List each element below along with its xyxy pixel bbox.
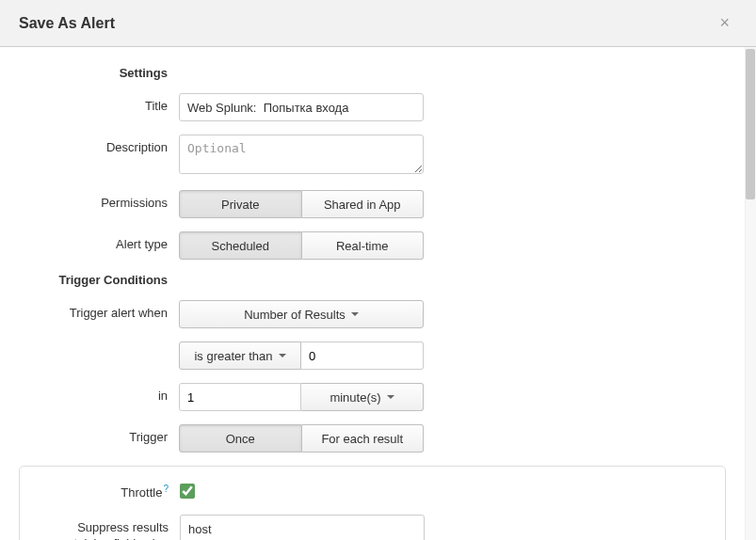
section-trigger-conditions: Trigger Conditions	[19, 273, 179, 287]
scrollbar-thumb[interactable]	[746, 49, 755, 199]
label-throttle: Throttle?	[20, 478, 180, 500]
label-description: Description	[19, 135, 179, 154]
label-alert-type: Alert type	[19, 231, 179, 251]
comparator-dropdown-label: is greater than	[194, 349, 272, 363]
chevron-down-icon	[387, 395, 394, 399]
label-trigger-when: Trigger alert when	[19, 300, 179, 320]
in-unit-dropdown[interactable]: minute(s)	[301, 383, 424, 411]
trigger-when-dropdown[interactable]: Number of Results	[179, 300, 424, 328]
alerttype-scheduled-button[interactable]: Scheduled	[179, 231, 302, 260]
comparator-dropdown[interactable]: is greater than	[179, 341, 301, 370]
label-trigger: Trigger	[19, 424, 179, 444]
trigger-each-button[interactable]: For each result	[302, 424, 425, 453]
permissions-private-button[interactable]: Private	[179, 190, 302, 218]
chevron-down-icon	[351, 312, 359, 316]
label-title: Title	[19, 93, 179, 113]
dialog-title: Save As Alert	[19, 15, 115, 32]
in-value-input[interactable]	[179, 383, 301, 411]
in-unit-dropdown-label: minute(s)	[330, 390, 380, 405]
label-permissions: Permissions	[19, 190, 179, 210]
label-suppress-field: Suppress results containing field value	[20, 515, 180, 540]
label-in: in	[19, 383, 179, 403]
scrollbar-track[interactable]	[745, 47, 756, 540]
dialog-body: Settings Title Description Permissions P…	[0, 47, 745, 540]
alerttype-realtime-button[interactable]: Real-time	[302, 231, 425, 260]
suppress-field-input[interactable]	[180, 515, 425, 540]
description-input[interactable]	[179, 135, 424, 174]
title-input[interactable]	[179, 93, 424, 121]
trigger-when-dropdown-label: Number of Results	[244, 308, 346, 322]
throttle-checkbox[interactable]	[180, 484, 195, 499]
trigger-once-button[interactable]: Once	[179, 424, 302, 453]
close-icon[interactable]: ×	[712, 9, 737, 37]
chevron-down-icon	[279, 354, 286, 357]
section-settings: Settings	[19, 66, 179, 80]
permissions-shared-button[interactable]: Shared in App	[302, 190, 425, 218]
throttle-help-icon[interactable]: ?	[163, 484, 169, 494]
threshold-input[interactable]	[301, 341, 424, 370]
throttle-panel: Throttle? Suppress results containing fi…	[19, 466, 726, 540]
